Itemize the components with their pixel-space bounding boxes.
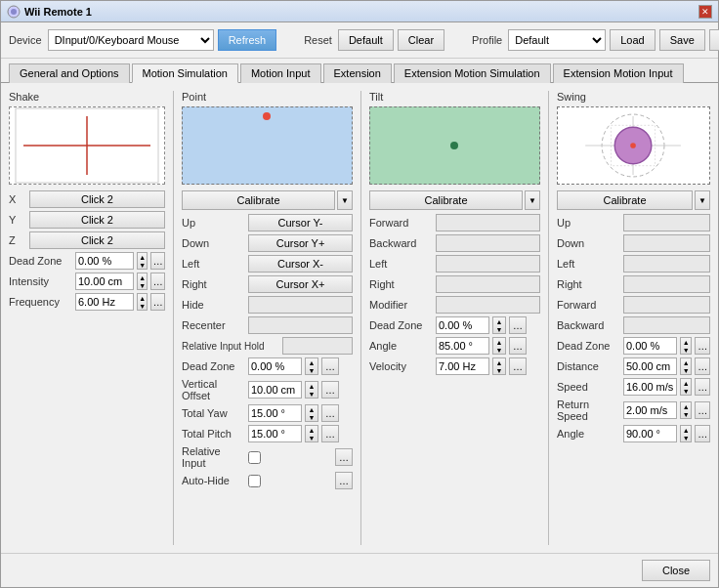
save-button[interactable]: Save <box>659 29 705 51</box>
point-hide-button[interactable] <box>248 296 353 314</box>
point-autohide-checkbox[interactable] <box>248 475 261 487</box>
swing-angle-dots[interactable]: … <box>695 425 710 442</box>
swing-calibrate-btn[interactable]: Calibrate <box>557 190 693 210</box>
tilt-angle-input[interactable] <box>436 337 489 355</box>
point-voffset-input[interactable] <box>248 381 302 399</box>
tilt-velocity-dots[interactable]: … <box>509 357 527 375</box>
swing-distance-spinner[interactable]: ▲ ▼ <box>680 357 692 375</box>
tilt-deadzone-input[interactable] <box>436 316 489 334</box>
shake-y-button[interactable]: Click 2 <box>29 211 165 229</box>
shake-frequency-spinner[interactable]: ▲ ▼ <box>137 293 148 311</box>
point-tpitch-spinner[interactable]: ▲ ▼ <box>305 425 318 442</box>
swing-distance-input[interactable] <box>623 357 677 375</box>
swing-deadzone-dots[interactable]: … <box>695 337 710 355</box>
tilt-velocity-input[interactable] <box>436 357 489 375</box>
swing-speed-dots[interactable]: … <box>695 378 710 396</box>
tilt-left-button[interactable] <box>436 255 540 273</box>
shake-deadzone-input[interactable] <box>75 252 134 270</box>
point-left-button[interactable]: Cursor X- <box>248 255 353 273</box>
point-up-button[interactable]: Cursor Y- <box>248 214 353 231</box>
swing-angle-input[interactable] <box>623 425 677 442</box>
swing-deadzone-input[interactable] <box>623 337 677 355</box>
tilt-velocity-label: Velocity <box>369 360 433 372</box>
refresh-button[interactable]: Refresh <box>218 29 277 51</box>
swing-forward-button[interactable] <box>623 296 710 314</box>
svg-point-8 <box>450 142 458 149</box>
point-calibrate-btn[interactable]: Calibrate <box>182 190 335 210</box>
swing-returnspeed-spinner[interactable]: ▲ ▼ <box>680 401 692 419</box>
tilt-calibrate-dropdown[interactable]: ▼ <box>525 190 540 210</box>
tilt-angle-spinner[interactable]: ▲ ▼ <box>492 337 506 355</box>
point-deadzone-input[interactable] <box>248 357 302 375</box>
tilt-backward-button[interactable] <box>436 234 540 252</box>
toolbar: Device DInput/0/Keyboard Mouse Refresh R… <box>1 22 718 59</box>
shake-z-button[interactable]: Click 2 <box>29 231 165 249</box>
shake-intensity-input[interactable] <box>75 273 134 290</box>
point-tpitch-input[interactable] <box>248 425 302 442</box>
profile-select[interactable]: Default <box>508 29 606 51</box>
tilt-right-button[interactable] <box>436 275 540 293</box>
default-button[interactable]: Default <box>338 29 394 51</box>
tilt-forward-button[interactable] <box>436 214 540 231</box>
swing-deadzone-spinner[interactable]: ▲ ▼ <box>680 337 692 355</box>
point-right-button[interactable]: Cursor X+ <box>248 275 353 293</box>
close-window-btn[interactable]: ✕ <box>698 5 712 19</box>
point-rel-hold-button[interactable] <box>282 337 353 355</box>
delete-button[interactable]: Delete <box>709 29 719 51</box>
shake-x-button[interactable]: Click 2 <box>29 190 165 208</box>
tab-extension-motion-input[interactable]: Extension Motion Input <box>553 63 684 83</box>
shake-deadzone-dots[interactable]: … <box>150 252 165 270</box>
swing-distance-dots[interactable]: … <box>695 357 710 375</box>
tab-motion-simulation[interactable]: Motion Simulation <box>132 63 238 83</box>
point-deadzone-spinner[interactable]: ▲ ▼ <box>305 357 318 375</box>
point-right-label: Right <box>182 278 245 290</box>
point-tpitch-dots[interactable]: … <box>321 425 339 442</box>
point-relinput-dots[interactable]: … <box>335 448 353 466</box>
point-tyaw-spinner[interactable]: ▲ ▼ <box>305 404 318 422</box>
shake-z-row: Z Click 2 <box>9 231 165 249</box>
point-tyaw-dots[interactable]: … <box>321 404 339 422</box>
swing-returnspeed-dots[interactable]: … <box>695 401 710 419</box>
point-autohide-dots[interactable]: … <box>335 472 353 489</box>
swing-returnspeed-input[interactable] <box>623 401 677 419</box>
point-voffset-spinner[interactable]: ▲ ▼ <box>305 381 318 399</box>
point-deadzone-dots[interactable]: … <box>321 357 339 375</box>
device-select[interactable]: DInput/0/Keyboard Mouse <box>48 29 214 51</box>
tab-extension-motion-sim[interactable]: Extension Motion Simulation <box>394 63 551 83</box>
clear-button[interactable]: Clear <box>398 29 444 51</box>
point-voffset-dots[interactable]: … <box>321 381 339 399</box>
swing-down-button[interactable] <box>623 234 710 252</box>
point-right-row: Right Cursor X+ <box>182 275 353 293</box>
tilt-backward-row: Backward <box>369 234 540 252</box>
shake-frequency-dots[interactable]: … <box>150 293 165 311</box>
point-recenter-button[interactable] <box>248 316 353 334</box>
shake-frequency-input[interactable] <box>75 293 134 311</box>
swing-right-button[interactable] <box>623 275 710 293</box>
swing-backward-button[interactable] <box>623 316 710 334</box>
point-calibrate-dropdown[interactable]: ▼ <box>337 190 353 210</box>
tilt-right-row: Right <box>369 275 540 293</box>
tilt-velocity-spinner[interactable]: ▲ ▼ <box>492 357 506 375</box>
shake-intensity-spinner[interactable]: ▲ ▼ <box>137 273 148 290</box>
swing-up-button[interactable] <box>623 214 710 231</box>
load-button[interactable]: Load <box>610 29 655 51</box>
tilt-angle-dots[interactable]: … <box>509 337 527 355</box>
tab-general[interactable]: General and Options <box>9 63 130 83</box>
point-tyaw-input[interactable] <box>248 404 302 422</box>
close-button[interactable]: Close <box>642 560 710 581</box>
tab-extension[interactable]: Extension <box>323 63 392 83</box>
shake-intensity-dots[interactable]: … <box>150 273 165 290</box>
swing-angle-spinner[interactable]: ▲ ▼ <box>680 425 692 442</box>
tilt-deadzone-dots[interactable]: … <box>509 316 527 334</box>
swing-speed-input[interactable] <box>623 378 677 396</box>
swing-left-button[interactable] <box>623 255 710 273</box>
tilt-calibrate-btn[interactable]: Calibrate <box>369 190 523 210</box>
tab-motion-input[interactable]: Motion Input <box>240 63 321 83</box>
tilt-modifier-button[interactable] <box>436 296 540 314</box>
point-relinput-checkbox[interactable] <box>248 451 261 464</box>
tilt-deadzone-spinner[interactable]: ▲ ▼ <box>492 316 506 334</box>
point-down-button[interactable]: Cursor Y+ <box>248 234 353 252</box>
swing-speed-spinner[interactable]: ▲ ▼ <box>680 378 692 396</box>
swing-calibrate-dropdown[interactable]: ▼ <box>695 190 710 210</box>
shake-deadzone-spinner[interactable]: ▲ ▼ <box>137 252 148 270</box>
